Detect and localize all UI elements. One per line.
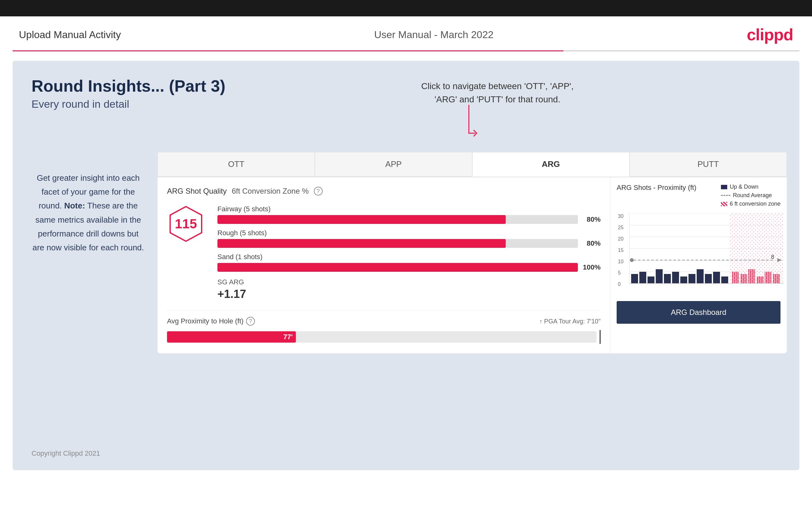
svg-text:8: 8 [771, 254, 774, 260]
svg-rect-16 [680, 277, 687, 283]
bar-row-rough: Rough (5 shots) 80% [217, 229, 601, 248]
tab-app[interactable]: APP [315, 152, 472, 177]
tab-bar: OTT APP ARG PUTT [158, 152, 787, 177]
pga-avg: ↑ PGA Tour Avg: 7'10" [539, 318, 601, 325]
bar-wrap-sand: 100% [217, 263, 601, 272]
bar-pct-sand: 100% [582, 263, 601, 272]
bar-pct-fairway: 80% [582, 215, 601, 224]
svg-rect-18 [697, 269, 704, 283]
left-panel: ARG Shot Quality 6ft Conversion Zone % ?… [158, 177, 610, 353]
svg-rect-21 [721, 277, 728, 283]
bar-bg-fairway [217, 215, 578, 224]
proximity-value: 77' [283, 333, 293, 341]
proximity-cursor [600, 330, 601, 344]
y-axis: 30 25 20 15 10 5 0 [618, 214, 623, 287]
legend-solid-icon [721, 185, 727, 189]
header-divider [13, 50, 799, 51]
svg-rect-13 [656, 269, 663, 283]
proximity-label: Avg Proximity to Hole (ft) ? [167, 317, 255, 326]
chart-wrapper: 30 25 20 15 10 5 0 [629, 214, 780, 297]
page-title: Round Insights... (Part 3) [32, 76, 780, 96]
legend-item-round-avg: Round Average [721, 192, 780, 199]
svg-rect-10 [631, 274, 638, 283]
svg-rect-17 [689, 274, 696, 283]
chart-title: ARG Shots - Proximity (ft) [617, 184, 696, 192]
footer: Copyright Clippd 2021 [32, 449, 100, 458]
svg-rect-27 [773, 274, 780, 283]
bar-label-sand: Sand (1 shots) [217, 253, 601, 261]
svg-rect-24 [748, 269, 755, 283]
bar-wrap-fairway: 80% [217, 215, 601, 224]
bar-fill-sand [217, 263, 578, 272]
header: Upload Manual Activity User Manual - Mar… [0, 16, 812, 50]
sg-value: +1.17 [217, 287, 246, 301]
help-icon[interactable]: ? [314, 187, 323, 195]
top-bar [0, 0, 812, 16]
legend-conversion-label: 6 ft conversion zone [730, 201, 780, 207]
legend-item-conversion: 6 ft conversion zone [721, 201, 780, 207]
card-body: ARG Shot Quality 6ft Conversion Zone % ?… [158, 177, 787, 353]
upload-label[interactable]: Upload Manual Activity [19, 29, 121, 41]
copyright: Copyright Clippd 2021 [32, 449, 100, 457]
hex-container: 115 Fairway (5 shots) 80% [167, 205, 601, 301]
nav-hint-line2: 'ARG' and 'PUTT' for that round. [421, 93, 574, 106]
right-panel: ARG Shots - Proximity (ft) Up & Down Rou… [610, 177, 787, 353]
proximity-help-icon[interactable]: ? [246, 317, 255, 326]
panel-header: ARG Shot Quality 6ft Conversion Zone % ? [167, 187, 601, 195]
svg-rect-12 [648, 277, 654, 283]
svg-rect-14 [664, 274, 671, 283]
sg-section: SG ARG +1.17 [217, 278, 601, 301]
bar-wrap-rough: 80% [217, 239, 601, 248]
legend-dashed-icon [721, 195, 730, 196]
side-text-content: Get greater insight into each facet of y… [33, 173, 144, 252]
insights-card: OTT APP ARG PUTT ARG Shot Quality 6ft Co… [158, 152, 787, 353]
panel-title: ARG Shot Quality [167, 187, 226, 195]
svg-rect-23 [740, 274, 747, 283]
legend-updown-label: Up & Down [730, 184, 758, 190]
page-subtitle: Every round in detail [32, 98, 780, 110]
svg-rect-26 [765, 272, 772, 283]
bar-bg-sand [217, 263, 578, 272]
tab-ott[interactable]: OTT [158, 152, 315, 177]
bar-bg-rough [217, 239, 578, 248]
legend-item-updown: Up & Down [721, 184, 780, 190]
side-text: Get greater insight into each facet of y… [32, 171, 145, 255]
main-content: Round Insights... (Part 3) Every round i… [13, 61, 799, 470]
svg-rect-15 [672, 272, 679, 283]
doc-title: User Manual - March 2022 [374, 29, 494, 41]
proximity-bar-bg: 77' [167, 331, 597, 343]
tab-putt[interactable]: PUTT [629, 152, 787, 177]
dashboard-button[interactable]: ARG Dashboard [617, 301, 780, 324]
tab-arg[interactable]: ARG [472, 152, 629, 177]
logo: clippd [747, 25, 793, 44]
svg-rect-25 [757, 277, 763, 283]
svg-rect-22 [732, 272, 739, 283]
svg-point-30 [630, 258, 633, 262]
proximity-section: Avg Proximity to Hole (ft) ? ↑ PGA Tour … [167, 310, 601, 344]
legend: Up & Down Round Average 6 ft conversion … [721, 184, 780, 207]
bar-row-fairway: Fairway (5 shots) 80% [217, 205, 601, 224]
sg-label: SG ARG [217, 278, 246, 286]
nav-arrow [456, 105, 481, 147]
bar-label-fairway: Fairway (5 shots) [217, 205, 601, 213]
bar-label-rough: Rough (5 shots) [217, 229, 601, 237]
bar-row-sand: Sand (1 shots) 100% [217, 253, 601, 272]
bar-fill-rough [217, 239, 506, 248]
bars-section: Fairway (5 shots) 80% Rough (5 shots) [217, 205, 601, 301]
hex-value: 115 [175, 216, 197, 231]
nav-hint-line1: Click to navigate between 'OTT', 'APP', [421, 80, 574, 93]
bar-pct-rough: 80% [582, 239, 601, 247]
bar-fill-fairway [217, 215, 506, 224]
nav-hint: Click to navigate between 'OTT', 'APP', … [421, 80, 574, 106]
panel-subtitle: 6ft Conversion Zone % [232, 187, 308, 195]
proximity-bar-fill: 77' [167, 331, 296, 343]
svg-rect-19 [705, 274, 712, 283]
svg-rect-20 [713, 272, 720, 283]
proximity-bar-wrap: 77' [167, 330, 601, 344]
hexagon-badge: 115 [167, 205, 205, 243]
legend-hatch-icon [721, 202, 727, 206]
svg-rect-11 [639, 272, 646, 283]
chart-header: ARG Shots - Proximity (ft) Up & Down Rou… [617, 184, 780, 207]
proximity-header: Avg Proximity to Hole (ft) ? ↑ PGA Tour … [167, 317, 601, 326]
chart-svg: 8 [629, 214, 783, 295]
